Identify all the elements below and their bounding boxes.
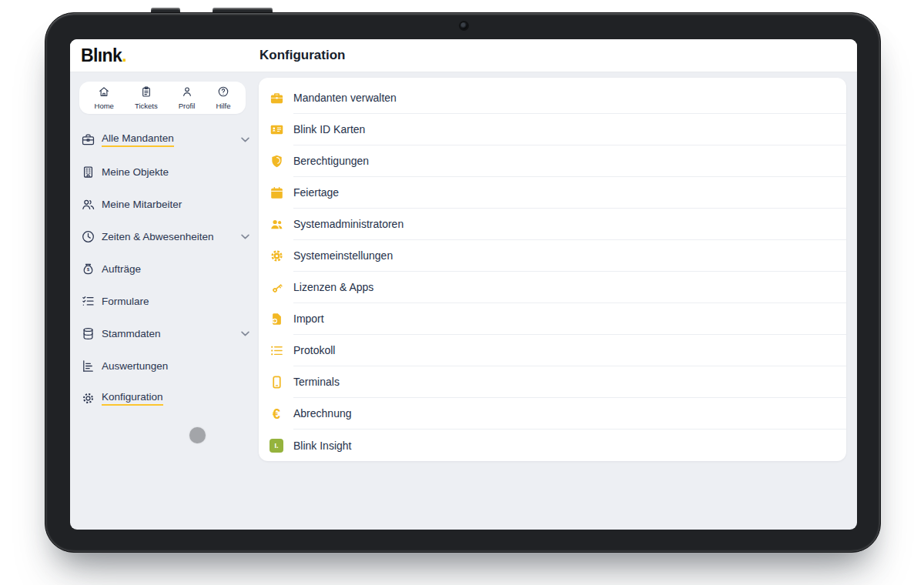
sidebar-item-konfiguration[interactable]: Konfiguration bbox=[81, 382, 254, 414]
front-camera bbox=[460, 22, 467, 29]
gear-icon bbox=[81, 391, 95, 406]
topnav-profile[interactable]: Profil bbox=[179, 85, 196, 110]
sidebar-item-zeiten-abwesenheiten[interactable]: Zeiten & Abwesenheiten bbox=[81, 220, 254, 252]
config-item-terminals[interactable]: Terminals bbox=[259, 366, 846, 398]
building-icon bbox=[81, 165, 95, 179]
logo-dot-icon: . bbox=[122, 45, 126, 65]
chevron-down-icon bbox=[241, 137, 249, 142]
calendar-icon bbox=[269, 186, 284, 201]
config-item-import[interactable]: Import bbox=[259, 303, 846, 335]
config-item-lizenzen-apps[interactable]: Lizenzen & Apps bbox=[259, 272, 846, 303]
config-item-systemeinstellungen[interactable]: Systemeinstellungen bbox=[259, 240, 846, 272]
key-icon bbox=[269, 280, 284, 296]
blink-logo: Blınk. bbox=[70, 45, 126, 66]
touch-cursor-indicator bbox=[189, 427, 206, 443]
svg-text:$: $ bbox=[87, 266, 89, 271]
page: Blınk. Konfiguration Home Tickets bbox=[0, 0, 924, 585]
config-item-blink-insight[interactable]: I. Blink Insight bbox=[259, 430, 846, 461]
import-icon bbox=[269, 312, 284, 327]
config-item-feiertage[interactable]: Feiertage bbox=[259, 177, 846, 209]
config-item-abrechnung[interactable]: € Abrechnung bbox=[259, 398, 846, 430]
chevron-down-icon bbox=[241, 331, 249, 336]
app-screen: Blınk. Konfiguration Home Tickets bbox=[70, 39, 857, 530]
chevron-down-icon bbox=[241, 234, 249, 239]
config-item-blink-id-karten[interactable]: Blink ID Karten bbox=[259, 114, 846, 145]
briefcase-icon bbox=[81, 132, 95, 147]
insight-icon: I. bbox=[269, 438, 284, 453]
topnav-home[interactable]: Home bbox=[95, 85, 114, 110]
people-icon bbox=[81, 197, 95, 212]
home-icon bbox=[98, 85, 110, 101]
configuration-list: Mandanten verwalten Blink ID Karten Bere… bbox=[259, 78, 846, 461]
chart-icon bbox=[81, 359, 95, 373]
top-nav-card: Home Tickets Profil Hilfe bbox=[79, 82, 246, 114]
sidebar-nav: Alle Mandanten Meine Objekte Meine Mitar… bbox=[70, 123, 259, 414]
sidebar-item-meine-mitarbeiter[interactable]: Meine Mitarbeiter bbox=[81, 188, 254, 220]
page-title: Konfiguration bbox=[259, 48, 345, 63]
terminal-icon bbox=[269, 375, 284, 390]
tablet-frame: Blınk. Konfiguration Home Tickets bbox=[45, 12, 881, 553]
id-card-icon bbox=[269, 122, 284, 138]
topnav-tickets[interactable]: Tickets bbox=[135, 85, 158, 110]
topnav-help[interactable]: Hilfe bbox=[216, 85, 230, 110]
tickets-icon bbox=[140, 85, 152, 101]
money-bag-icon: $ bbox=[81, 262, 95, 276]
help-icon bbox=[217, 85, 229, 101]
users-icon bbox=[269, 217, 284, 232]
list-icon bbox=[269, 343, 284, 359]
sidebar-item-alle-mandanten[interactable]: Alle Mandanten bbox=[81, 123, 254, 155]
config-item-systemadministratoren[interactable]: Systemadministratoren bbox=[259, 209, 846, 240]
checklist-icon bbox=[81, 294, 95, 309]
clock-icon bbox=[81, 229, 95, 244]
app-header: Blınk. Konfiguration bbox=[70, 39, 857, 72]
sidebar-item-meine-objekte[interactable]: Meine Objekte bbox=[81, 155, 254, 188]
shield-icon bbox=[269, 154, 284, 169]
database-icon bbox=[81, 326, 95, 341]
euro-icon: € bbox=[269, 406, 284, 422]
config-item-mandanten-verwalten[interactable]: Mandanten verwalten bbox=[259, 82, 846, 114]
sidebar: Home Tickets Profil Hilfe bbox=[70, 72, 259, 529]
gear-icon bbox=[269, 249, 284, 264]
profile-icon bbox=[181, 85, 193, 101]
config-item-protokoll[interactable]: Protokoll bbox=[259, 335, 846, 366]
sidebar-item-stammdaten[interactable]: Stammdaten bbox=[81, 317, 254, 349]
sidebar-item-auswertungen[interactable]: Auswertungen bbox=[81, 349, 254, 382]
briefcase-icon bbox=[269, 91, 284, 106]
main-content: Mandanten verwalten Blink ID Karten Bere… bbox=[259, 72, 857, 529]
sidebar-item-auftraege[interactable]: $ Aufträge bbox=[81, 252, 254, 285]
config-item-berechtigungen[interactable]: Berechtigungen bbox=[259, 145, 846, 177]
sidebar-item-formulare[interactable]: Formulare bbox=[81, 285, 254, 317]
